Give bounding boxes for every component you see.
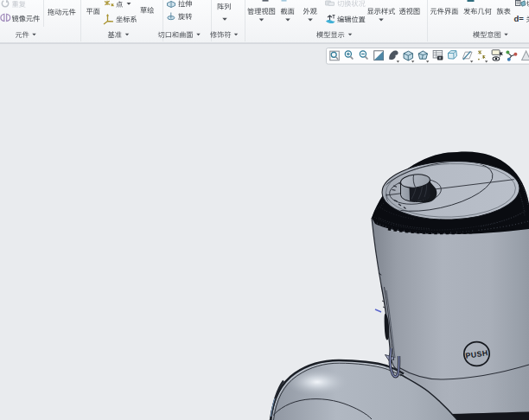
- svg-text:d=: d=: [514, 14, 525, 23]
